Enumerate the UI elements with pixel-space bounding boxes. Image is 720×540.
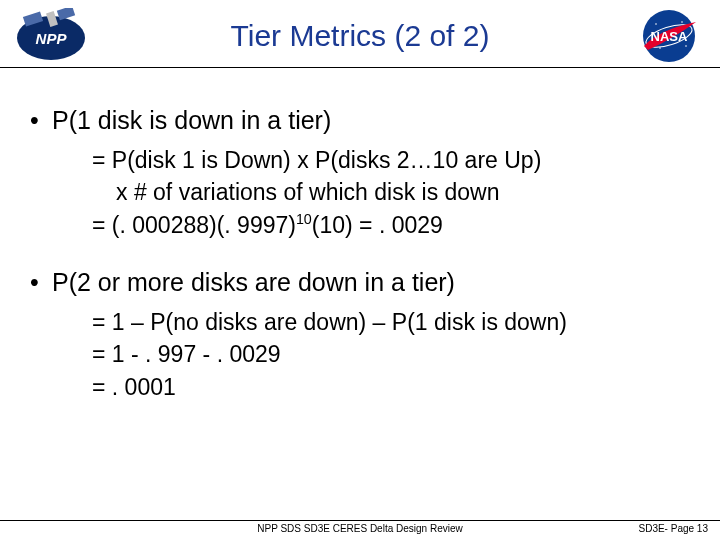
svg-point-9: [681, 21, 683, 23]
bullet-1: P(1 disk is down in a tier): [28, 106, 692, 135]
bullet-2-line-2: = 1 - . 997 - . 0029: [28, 339, 692, 369]
bullet-2-line-3: = . 0001: [28, 372, 692, 402]
svg-point-8: [655, 23, 657, 25]
bullet-2-line-1: = 1 – P(no disks are down) – P(1 disk is…: [28, 307, 692, 337]
footer-center-text: NPP SDS SD3E CERES Delta Design Review: [0, 523, 720, 534]
slide-content: P(1 disk is down in a tier) = P(disk 1 i…: [0, 68, 720, 402]
footer-page-number: SD3E- Page 13: [639, 523, 709, 534]
slide-footer: NPP SDS SD3E CERES Delta Design Review S…: [0, 520, 720, 534]
bullet-1-line-2: x # of variations of which disk is down: [28, 177, 692, 207]
slide-header: NPP Tier Metrics (2 of 2) NASA: [0, 0, 720, 68]
svg-text:NPP: NPP: [36, 30, 68, 47]
bullet-1-line-1: = P(disk 1 is Down) x P(disks 2…10 are U…: [28, 145, 692, 175]
svg-text:NASA: NASA: [651, 29, 688, 44]
svg-point-10: [659, 47, 661, 49]
bullet-2: P(2 or more disks are down in a tier): [28, 268, 692, 297]
bullet-1-line-3: = (. 000288)(. 9997)10(10) = . 0029: [28, 210, 692, 240]
bullet-2-text: P(2 or more disks are down in a tier): [52, 268, 455, 296]
bullet-1-text: P(1 disk is down in a tier): [52, 106, 331, 134]
slide-title: Tier Metrics (2 of 2): [90, 19, 630, 53]
nasa-logo: NASA: [630, 8, 708, 64]
svg-point-11: [685, 45, 687, 47]
npp-logo: NPP: [12, 8, 90, 64]
